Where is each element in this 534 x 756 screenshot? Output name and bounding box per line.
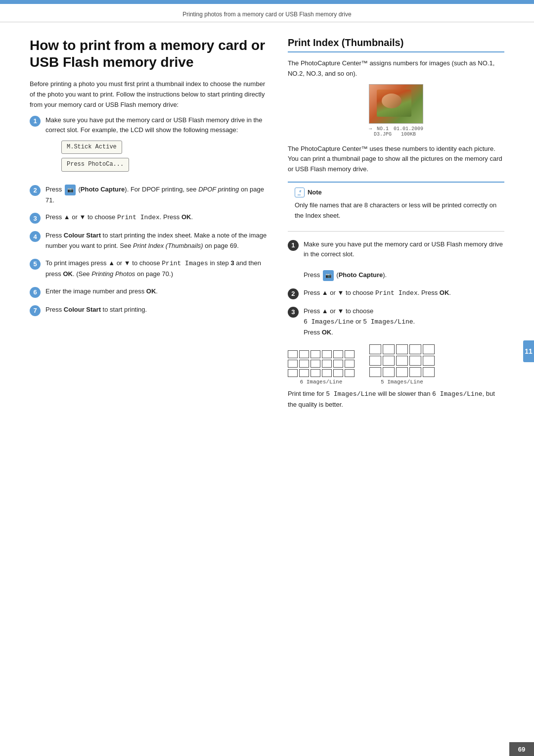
step-2: 2 Press 📷 (Photo Capture). For DPOF prin… [30, 185, 268, 206]
photo-capture-btn-icon: 📷 [65, 185, 76, 195]
grid-cell [322, 360, 332, 368]
note-title: Note [308, 189, 322, 196]
grid-cell [396, 367, 408, 377]
print-index-code: Print Index [117, 214, 160, 221]
right-description: The PhotoCapture Center™ uses these numb… [288, 144, 504, 175]
grid-5-row-1 [369, 344, 435, 354]
top-bar [0, 0, 534, 4]
step-3-text: Press ▲ or ▼ to choose Print Index. Pres… [45, 212, 193, 223]
sub-step-3: 3 Press ▲ or ▼ to choose 6 Images/Line o… [288, 306, 504, 337]
step-num-4: 4 [30, 231, 41, 242]
step-6-text: Enter the image number and press OK. [45, 286, 158, 297]
step-6: 6 Enter the image number and press OK. [30, 286, 268, 298]
step-5: 5 To print images press ▲ or ▼ to choose… [30, 258, 268, 280]
lcd-line2: Press PhotoCa... [61, 158, 129, 171]
6-images-line-code: 6 Images/Line [304, 318, 354, 326]
thumb-no: NO.1 D3.JPG [374, 126, 392, 137]
grid-cell [311, 360, 320, 368]
ok-label-3: OK [181, 213, 191, 221]
ok-label-s2: OK [440, 289, 449, 296]
page-header: Printing photos from a memory card or US… [0, 4, 534, 22]
grid-cell [383, 356, 395, 366]
grid-cell [299, 369, 309, 377]
sub-step-2-text: Press ▲ or ▼ to choose Print Index. Pres… [304, 288, 451, 299]
page-number-box: 69 [509, 742, 534, 756]
grid-cell [311, 350, 320, 358]
grid-cell [396, 356, 408, 366]
grid-cell [288, 369, 298, 377]
grid-cell [322, 350, 332, 358]
note-header: ᵋ̲ Note [295, 188, 497, 197]
ok-label-s3: OK [322, 329, 332, 336]
grid-cell [333, 369, 343, 377]
photo-capture-label-2: Photo Capture [339, 271, 383, 279]
colour-start-4: Colour Start [64, 232, 101, 239]
chapter-tab: 11 [523, 340, 534, 362]
step-7: 7 Press Colour Start to start printing. [30, 305, 268, 316]
grid-cell [396, 344, 408, 354]
step-4: 4 Press Colour Start to start printing t… [30, 231, 268, 251]
grid-5-row-2 [369, 356, 435, 366]
grid-cell [369, 356, 381, 366]
grid-5-container: 5 Images/Line [369, 344, 435, 385]
grid-cell [345, 360, 355, 368]
grid-cell [409, 344, 421, 354]
sub-step-2: 2 Press ▲ or ▼ to choose Print Index. Pr… [288, 288, 504, 299]
thumb-date-size: 01.01.2009 100KB [394, 126, 423, 137]
step-num-5: 5 [30, 259, 41, 270]
note-text: Only file names that are 8 characters or… [295, 200, 497, 221]
main-content: How to print from a memory card or USB F… [0, 22, 534, 430]
sub-step-list: 1 Make sure you have put the memory card… [288, 239, 504, 338]
grid-5-row-3 [369, 367, 435, 377]
grid-cell [311, 369, 320, 377]
ok-label-6: OK [146, 287, 156, 295]
step-num-3: 3 [30, 213, 41, 224]
sub-step-3-text: Press ▲ or ▼ to choose 6 Images/Line or … [304, 306, 415, 337]
grid-cell [288, 350, 298, 358]
ok-label-5: OK [63, 270, 73, 278]
thumb-arrow-icon: → [369, 126, 372, 137]
grid-cell [369, 344, 381, 354]
thumbnail-image-container: → NO.1 D3.JPG 01.01.2009 100KB [288, 84, 504, 137]
page: Printing photos from a memory card or US… [0, 0, 534, 756]
intro-paragraph: Before printing a photo you must first p… [30, 79, 268, 110]
header-text: Printing photos from a memory card or US… [182, 11, 351, 18]
sub-step-1-text: Make sure you have put the memory card o… [304, 239, 504, 281]
note-icon: ᵋ̲ [295, 188, 305, 197]
grid-6-container: 6 Images/Line [288, 350, 355, 385]
grid-cell [383, 344, 395, 354]
print-index-ref: Print Index (Thumbnails) [133, 242, 203, 249]
grid-cell [333, 360, 343, 368]
step-1: 1 Make sure you have put the memory card… [30, 115, 268, 178]
sub-step-num-2: 2 [288, 288, 299, 299]
step-3: 3 Press ▲ or ▼ to choose Print Index. Pr… [30, 212, 268, 224]
lcd-line1: M.Stick Active [61, 141, 122, 154]
main-title: How to print from a memory card or USB F… [30, 37, 268, 70]
grid-cell [299, 350, 309, 358]
step-list: 1 Make sure you have put the memory card… [30, 115, 268, 316]
right-intro: The PhotoCapture Center™ assigns numbers… [288, 58, 504, 79]
note-box: ᵋ̲ Note Only file names that are 8 chara… [288, 182, 504, 232]
dpof-ref: DPOF printing [198, 186, 239, 193]
left-column: How to print from a memory card or USB F… [30, 37, 268, 415]
grid-cell [423, 344, 435, 354]
right-title: Print Index (Thumbnails) [288, 37, 504, 52]
step-2-text: Press 📷 (Photo Capture). For DPOF printi… [45, 185, 268, 206]
step-1-text: Make sure you have put the memory card o… [45, 115, 268, 178]
print-images-code: Print Images [162, 260, 208, 267]
grids-row: 6 Images/Line [288, 344, 504, 385]
thumbnail-image [369, 84, 423, 124]
step-7-text: Press Colour Start to start printing. [45, 305, 147, 315]
printing-photos-ref: Printing Photos [91, 270, 135, 278]
sub-step-1: 1 Make sure you have put the memory card… [288, 239, 504, 281]
grid-cell [383, 367, 395, 377]
grid-5-label: 5 Images/Line [369, 379, 435, 385]
grid-6-row-1 [288, 350, 355, 358]
grid-cell [322, 369, 332, 377]
5-images-line-code: 5 Images/Line [363, 318, 413, 326]
lcd-display-group: M.Stick Active Press PhotoCa... [61, 139, 268, 173]
grid-cell [409, 367, 421, 377]
step-num-6: 6 [30, 287, 41, 298]
right-column: Print Index (Thumbnails) The PhotoCaptur… [288, 37, 504, 415]
step-ref-3: 3 [230, 259, 234, 267]
